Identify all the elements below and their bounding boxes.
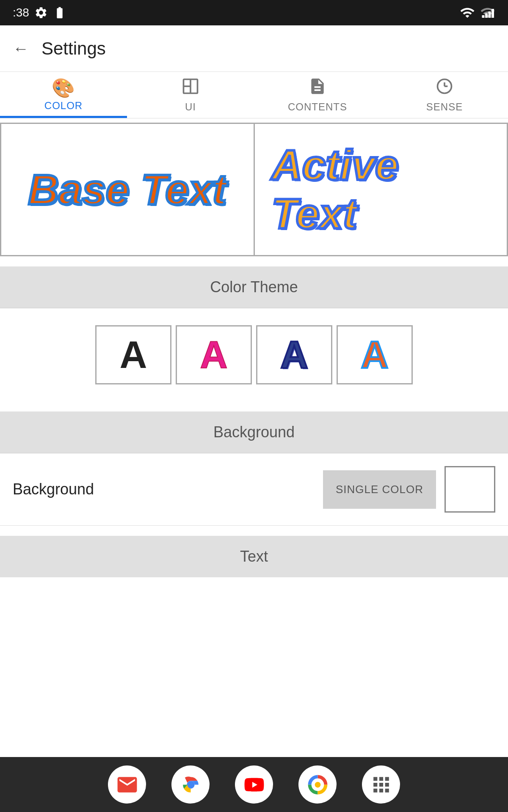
color-theme-options: A A A A	[0, 308, 508, 401]
base-text-label: Base Text	[28, 165, 226, 214]
photos-nav-icon[interactable]	[298, 765, 337, 804]
svg-rect-3	[482, 15, 485, 18]
settings-icon	[34, 6, 48, 19]
color-option-letter-navy: A	[281, 333, 308, 377]
chrome-nav-icon[interactable]	[171, 765, 210, 804]
color-tab-icon: 🎨	[52, 79, 75, 97]
active-text-preview[interactable]: Active Text	[255, 124, 507, 255]
color-option-orange[interactable]: A	[337, 325, 413, 384]
sense-tab-label: SENSE	[426, 101, 463, 113]
color-option-navy[interactable]: A	[256, 325, 332, 384]
active-text-label: Active Text	[272, 141, 490, 238]
youtube-nav-icon[interactable]	[235, 765, 273, 804]
svg-rect-2	[485, 14, 488, 18]
color-tab-label: COLOR	[44, 100, 83, 112]
contents-tab-icon	[308, 77, 327, 99]
ui-tab-icon	[181, 77, 200, 99]
base-text-preview[interactable]: Base Text	[1, 124, 255, 255]
page-title: Settings	[41, 38, 106, 59]
text-preview-section: Base Text Active Text	[0, 123, 508, 256]
ui-tab-label: UI	[185, 101, 196, 113]
apps-nav-icon[interactable]	[362, 765, 400, 804]
color-option-letter-pink: A	[200, 333, 228, 377]
color-option-black[interactable]: A	[95, 325, 171, 384]
contents-tab-label: CONTENTS	[288, 101, 347, 113]
color-option-letter-orange: A	[361, 333, 389, 377]
color-option-pink[interactable]: A	[176, 325, 252, 384]
text-section-header: Text	[0, 536, 508, 577]
background-color-preview[interactable]	[444, 466, 495, 513]
back-button[interactable]: ←	[13, 41, 29, 57]
tab-bar: 🎨 COLOR UI CONTENTS	[0, 72, 508, 118]
battery-icon	[53, 6, 66, 19]
wifi-icon	[460, 5, 475, 20]
sense-tab-icon	[435, 77, 454, 99]
tab-sense[interactable]: SENSE	[381, 72, 508, 118]
svg-point-11	[188, 782, 193, 787]
single-color-button[interactable]: SINGLE COLOR	[323, 470, 436, 509]
status-bar: :38	[0, 0, 508, 25]
svg-rect-0	[491, 9, 494, 18]
svg-rect-1	[489, 11, 491, 18]
bottom-navigation	[0, 757, 508, 812]
color-option-letter-black: A	[120, 333, 147, 377]
background-row: Background SINGLE COLOR	[0, 453, 508, 526]
tab-color[interactable]: 🎨 COLOR	[0, 72, 127, 118]
status-time: :38	[13, 6, 29, 19]
header: ← Settings	[0, 25, 508, 72]
gmail-nav-icon[interactable]	[108, 765, 146, 804]
background-row-label: Background	[13, 480, 315, 498]
tab-ui[interactable]: UI	[127, 72, 254, 118]
color-theme-section-header: Color Theme	[0, 266, 508, 308]
signal-icon	[480, 5, 495, 20]
tab-contents[interactable]: CONTENTS	[254, 72, 381, 118]
background-section-header: Background	[0, 411, 508, 453]
